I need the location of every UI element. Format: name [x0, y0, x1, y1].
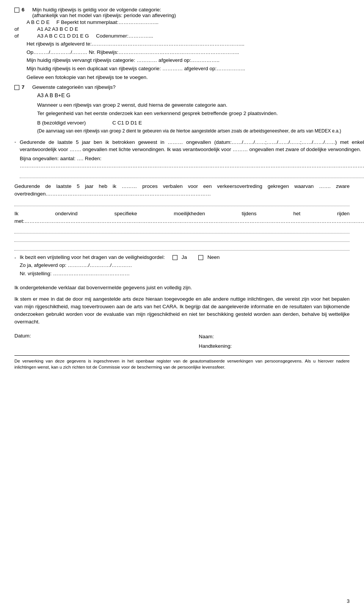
- naam-label: Naam:: [199, 333, 350, 341]
- section-bijna: Bijna ongevallen: aantal: …. Reden: ……………: [20, 155, 364, 170]
- section-verklaar: Ik ondergetekende verklaar dat bovenverm…: [14, 284, 350, 292]
- handtekening-label: Handtekening:: [199, 342, 350, 350]
- ja-item: Ja: [173, 254, 187, 260]
- section6-row3-cats: A3 A B C C1 D D1 E G: [37, 33, 89, 39]
- section-verklaar-text: Ik ondergetekende verklaar dat bovenverm…: [14, 284, 350, 292]
- neen-label: Neen: [207, 254, 220, 260]
- section6-line5: Gelieve een fotokopie van het rijbewijs …: [27, 74, 350, 81]
- section-ongevallen-content: Gedurende de laatste 5 jaar ben ik betro…: [20, 139, 364, 179]
- section6-codenummer: Codenummer:…………...: [96, 33, 153, 39]
- section7-ter: Ter gelegenheid van het eerste onderzoek…: [37, 110, 350, 117]
- vrijstelling-zoja: Zo ja, afgeleverd op: …………/…………/…………: [20, 262, 350, 269]
- footer-text: De verwerking van deze gegevens is inges…: [14, 358, 350, 371]
- dotline-3: [14, 225, 350, 233]
- naam-col: Naam: Handtekening:: [199, 333, 350, 351]
- section-verbalen-text: Gedurende de laatste 5 jaar heb ik ……… p…: [14, 183, 350, 197]
- section7-content: A3 A B B+E G Wanneer u een rijbewijs van…: [37, 91, 350, 135]
- section6-subtitle: (afhankelijk van het model van rijbewijs…: [32, 13, 176, 18]
- dotline-5: [14, 243, 350, 251]
- dash-1: -: [14, 139, 20, 145]
- section7-number: 7: [22, 84, 32, 90]
- section6-beperkt: F Beperkt tot nummerplaat:…………………...: [56, 19, 158, 25]
- section-moeilijkheden: Ik ondervind specifieke moeilijkheden ti…: [14, 210, 350, 251]
- checkbox-ja[interactable]: [173, 255, 177, 260]
- section7-header: 7 Gewenste categorieën van rijbewijs?: [14, 84, 350, 90]
- section6-of2-row: of A3 A B C C1 D D1 E G Codenummer:………….…: [14, 33, 350, 39]
- of2-label: of: [14, 33, 25, 39]
- section7-bezoldigd-label: B (bezoldigd vervoer): [37, 120, 86, 126]
- section6-categories-1: A B C D E: [27, 19, 50, 25]
- vrijstelling-text: Ik bezit een vrijstelling voor het drage…: [20, 254, 165, 260]
- section-stem-text: Ik stem er mee in dat de door mij aanges…: [14, 295, 350, 326]
- ja-neen-row: Ik bezit een vrijstelling voor het drage…: [20, 254, 350, 260]
- of1-label: of: [14, 26, 25, 32]
- section6-line1: Het rijbewijs is afgeleverd te:…………………………: [27, 40, 350, 48]
- section7-wanneer: Wanneer u een rijbewijs van groep 2 wens…: [37, 101, 350, 109]
- datum-label: Datum:: [14, 333, 31, 339]
- vrijstelling-nr: Nr. vrijstelling: ………………………………………: [20, 270, 350, 277]
- section6-row2: A1 A2 A3 B C D E: [37, 26, 78, 32]
- ja-label: Ja: [182, 254, 187, 260]
- section7-bezoldigd-row: B (bezoldigd vervoer) C C1 D D1 E: [37, 120, 350, 126]
- section-7: 7 Gewenste categorieën van rijbewijs? A3…: [14, 84, 350, 135]
- dotline-4: [14, 234, 350, 242]
- section-ongevallen-text: Gedurende de laatste 5 jaar ben ik betro…: [20, 139, 364, 153]
- section6-title-text: Mijn huidig rijbewijs is geldig voor de …: [32, 7, 161, 13]
- section6-header: 6 Mijn huidig rijbewijs is geldig voor d…: [14, 7, 350, 18]
- section6-row1: A B C D E F Beperkt tot nummerplaat:……………: [27, 19, 350, 25]
- section-ongevallen: - Gedurende de laatste 5 jaar ben ik bet…: [14, 139, 350, 179]
- section6-line4: Mijn huidig rijbewijs is een duplicaat v…: [27, 65, 350, 73]
- dotline-2: [14, 199, 350, 207]
- section7-bezoldigd-items: C C1 D D1 E: [112, 120, 142, 126]
- page: 6 Mijn huidig rijbewijs is geldig voor d…: [0, 0, 364, 607]
- dash-2: -: [14, 255, 20, 260]
- section6-number: 6: [22, 7, 32, 13]
- checkbox-neen[interactable]: [198, 255, 203, 260]
- footer: De verwerking van deze gegevens is inges…: [14, 355, 350, 371]
- section-stem: Ik stem er mee in dat de door mij aanges…: [14, 295, 350, 326]
- dotline-1: [20, 170, 364, 178]
- section-6: 6 Mijn huidig rijbewijs is geldig voor d…: [14, 7, 350, 81]
- section6-row3: A3 A B C C1 D D1 E G Codenummer:…………...: [37, 33, 153, 39]
- signature-row: Datum: Naam: Handtekening:: [14, 333, 350, 351]
- section6-line3: Mijn huidig rijbewijs vervangt rijbewijs…: [27, 57, 350, 64]
- datum-col: Datum:: [14, 333, 165, 351]
- section6-title: Mijn huidig rijbewijs is geldig voor de …: [32, 7, 350, 18]
- section7-de-aanvraag: (De aanvraag van een rijbewijs van groep…: [37, 128, 350, 134]
- section6-details: Het rijbewijs is afgeleverd te:…………………………: [27, 40, 350, 81]
- section-moeilijkheden-text: Ik ondervind specifieke moeilijkheden ti…: [14, 210, 350, 225]
- section7-title: Gewenste categorieën van rijbewijs?: [32, 84, 350, 90]
- neen-item: Neen: [198, 254, 220, 260]
- section-vrijstelling: - Ik bezit een vrijstelling voor het dra…: [14, 254, 350, 278]
- checkbox-7[interactable]: [14, 85, 19, 90]
- checkbox-6[interactable]: [14, 8, 19, 13]
- section-verbalen: Gedurende de laatste 5 jaar heb ik ……… p…: [14, 183, 350, 206]
- section-vrijstelling-content: Ik bezit een vrijstelling voor het drage…: [20, 254, 350, 278]
- section7-row1: A3 A B B+E G: [37, 91, 350, 99]
- page-number: 3: [347, 598, 350, 604]
- section6-line2: Op………/…………/……… Nr. Rijbewijs:………………………………: [27, 49, 350, 56]
- section6-of1-row: of A1 A2 A3 B C D E: [14, 26, 350, 32]
